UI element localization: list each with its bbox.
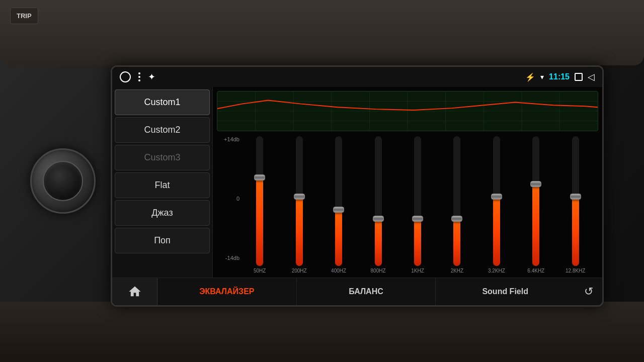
volume-knob-area bbox=[30, 148, 96, 214]
wifi-icon: ▾ bbox=[540, 73, 544, 81]
dashboard-top bbox=[0, 0, 644, 65]
slider-handle-5[interactable] bbox=[451, 216, 462, 222]
preset-list: Custom1 Custom2 Custom3 Flat Джаз Поп bbox=[112, 87, 213, 278]
nav-tabs: ЭКВАЛАЙЗЕР БАЛАНС Sound Field bbox=[157, 278, 575, 305]
eq-band-800hz[interactable]: 800HZ bbox=[360, 136, 395, 274]
slider-fill-6 bbox=[493, 195, 500, 266]
slider-track-2 bbox=[321, 136, 356, 266]
eq-label-mid: 0 bbox=[222, 196, 239, 202]
eq-label-bot: -14db bbox=[222, 255, 239, 261]
car-background: TRIP ✦ ⚡ ▾ 11:15 ◁ bbox=[0, 0, 644, 362]
slider-track-1 bbox=[281, 136, 316, 266]
slider-bg-6 bbox=[493, 136, 500, 266]
eq-band-400hz[interactable]: 400HZ bbox=[321, 136, 356, 274]
slider-fill-4 bbox=[414, 217, 421, 266]
knob-inner bbox=[43, 161, 83, 201]
slider-bg-7 bbox=[532, 136, 539, 266]
slider-bg-8 bbox=[572, 136, 579, 266]
band-label-3: 800HZ bbox=[371, 268, 386, 274]
menu-dots-icon[interactable] bbox=[138, 72, 140, 81]
eq-band-2khz[interactable]: 2KHZ bbox=[439, 136, 474, 274]
eq-sliders-container: +14db 0 -14db 50HZ200HZ400HZ800HZ1KHZ2KH… bbox=[217, 134, 598, 274]
slider-track-3 bbox=[360, 136, 395, 266]
slider-track-8 bbox=[558, 136, 593, 266]
dashboard-bottom bbox=[0, 302, 644, 362]
preset-pop[interactable]: Поп bbox=[115, 228, 210, 253]
slider-fill-5 bbox=[453, 217, 460, 266]
slider-fill-8 bbox=[572, 195, 579, 266]
slider-handle-1[interactable] bbox=[294, 194, 305, 200]
eq-band-1khz[interactable]: 1KHZ bbox=[400, 136, 435, 274]
preset-custom1[interactable]: Custom1 bbox=[115, 89, 210, 115]
volume-knob[interactable] bbox=[30, 148, 96, 214]
eq-area: +14db 0 -14db 50HZ200HZ400HZ800HZ1KHZ2KH… bbox=[213, 87, 602, 278]
slider-bg-4 bbox=[414, 136, 421, 266]
eq-band-50hz[interactable]: 50HZ bbox=[242, 136, 277, 274]
eq-label-top: +14db bbox=[222, 136, 239, 142]
preset-custom3[interactable]: Custom3 bbox=[115, 145, 210, 170]
slider-track-7 bbox=[518, 136, 553, 266]
home-icon bbox=[128, 285, 142, 299]
band-label-8: 12.8KHZ bbox=[566, 268, 585, 274]
eq-band-6.4khz[interactable]: 6.4KHZ bbox=[518, 136, 553, 274]
slider-bg-0 bbox=[256, 136, 263, 266]
eq-band-3.2khz[interactable]: 3.2KHZ bbox=[479, 136, 514, 274]
slider-track-4 bbox=[400, 136, 435, 266]
slider-bg-5 bbox=[453, 136, 460, 266]
status-bar: ✦ ⚡ ▾ 11:15 ◁ bbox=[112, 67, 602, 87]
square-icon[interactable] bbox=[575, 73, 583, 81]
main-screen: ✦ ⚡ ▾ 11:15 ◁ Custom1 Custom2 Custom3 Fl… bbox=[111, 65, 604, 307]
band-label-6: 3.2KHZ bbox=[488, 268, 505, 274]
bottom-nav: ЭКВАЛАЙЗЕР БАЛАНС Sound Field ↺ bbox=[112, 278, 602, 305]
eq-sliders: 50HZ200HZ400HZ800HZ1KHZ2KHZ3.2KHZ6.4KHZ1… bbox=[242, 136, 593, 274]
slider-handle-3[interactable] bbox=[373, 216, 384, 222]
slider-track-6 bbox=[479, 136, 514, 266]
home-button[interactable] bbox=[112, 278, 157, 306]
slider-track-5 bbox=[439, 136, 474, 266]
slider-handle-7[interactable] bbox=[530, 181, 541, 187]
band-label-4: 1KHZ bbox=[411, 268, 424, 274]
band-label-0: 50HZ bbox=[254, 268, 266, 274]
preset-flat[interactable]: Flat bbox=[115, 172, 210, 198]
slider-fill-3 bbox=[375, 217, 382, 266]
circle-icon[interactable] bbox=[120, 71, 131, 82]
eq-band-12.8khz[interactable]: 12.8KHZ bbox=[558, 136, 593, 274]
tab-balance[interactable]: БАЛАНС bbox=[297, 278, 436, 305]
slider-handle-2[interactable] bbox=[333, 207, 344, 213]
status-right: ⚡ ▾ 11:15 ◁ bbox=[525, 71, 595, 82]
slider-bg-3 bbox=[375, 136, 382, 266]
clock: 11:15 bbox=[549, 72, 570, 81]
slider-fill-1 bbox=[296, 195, 303, 266]
band-label-1: 200HZ bbox=[292, 268, 307, 274]
bluetooth-icon: ⚡ bbox=[525, 72, 535, 82]
trip-button[interactable]: TRIP bbox=[10, 8, 38, 24]
preset-custom2[interactable]: Custom2 bbox=[115, 117, 210, 143]
slider-handle-4[interactable] bbox=[412, 216, 423, 222]
frequency-curve bbox=[217, 91, 598, 131]
slider-track-0 bbox=[242, 136, 277, 266]
tab-equalizer[interactable]: ЭКВАЛАЙЗЕР bbox=[157, 278, 297, 305]
main-content: Custom1 Custom2 Custom3 Flat Джаз Поп bbox=[112, 87, 602, 278]
band-label-7: 6.4KHZ bbox=[527, 268, 544, 274]
slider-handle-0[interactable] bbox=[254, 174, 265, 180]
slider-fill-2 bbox=[335, 208, 342, 266]
slider-bg-1 bbox=[296, 136, 303, 266]
eq-labels: +14db 0 -14db bbox=[222, 136, 239, 274]
back-icon[interactable]: ◁ bbox=[588, 71, 595, 82]
slider-fill-7 bbox=[532, 182, 539, 266]
status-left: ✦ bbox=[120, 71, 155, 82]
band-label-5: 2KHZ bbox=[451, 268, 464, 274]
usb-icon: ✦ bbox=[148, 71, 155, 82]
eq-band-200hz[interactable]: 200HZ bbox=[281, 136, 316, 274]
tab-soundfield[interactable]: Sound Field bbox=[436, 278, 575, 305]
band-label-2: 400HZ bbox=[331, 268, 346, 274]
slider-fill-0 bbox=[256, 175, 263, 266]
slider-handle-6[interactable] bbox=[491, 194, 502, 200]
slider-bg-2 bbox=[335, 136, 342, 266]
slider-handle-8[interactable] bbox=[570, 194, 581, 200]
refresh-button[interactable]: ↺ bbox=[575, 278, 602, 306]
preset-jazz[interactable]: Джаз bbox=[115, 200, 210, 226]
